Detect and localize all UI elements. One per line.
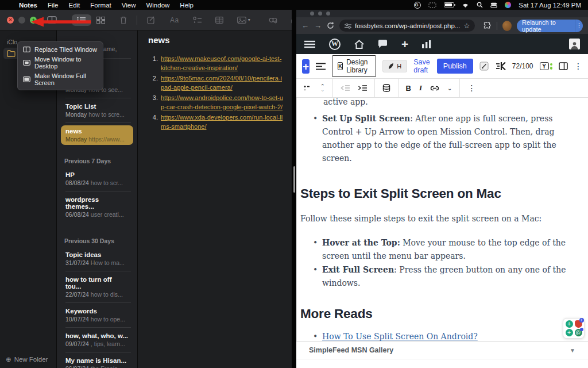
address-bar[interactable]: fossbytes.com/wp-admin/post.php... ☆: [339, 20, 475, 32]
browser-menu-kebab-icon[interactable]: ⋮: [575, 20, 583, 32]
move-block-buttons[interactable]: ⌃⌄: [320, 85, 325, 91]
stats-icon[interactable]: [422, 40, 431, 48]
extension-floating-widget[interactable]: + + @: [563, 318, 585, 339]
checklist-icon[interactable]: [188, 14, 207, 26]
note-list-item[interactable]: Topic ideas 31/07/24 How to ma...: [61, 249, 133, 269]
home-icon[interactable]: [354, 40, 364, 49]
split-view-divider[interactable]: [292, 10, 296, 368]
note-link[interactable]: https://www.xda-developers.com/run-local…: [161, 113, 284, 131]
seo-speed-icon[interactable]: [496, 62, 506, 70]
menu-format[interactable]: Format: [90, 2, 111, 9]
menu-window[interactable]: Window: [146, 2, 169, 9]
note-list-item-selected[interactable]: news Monday https://www...: [61, 125, 133, 145]
meta-box-panel[interactable]: SimpleFeed MSN Gallery ▼: [296, 341, 588, 359]
note-list-item[interactable]: how, what, who, w... 09/07/24 , tips, le…: [61, 330, 133, 350]
wp-admin-menu-icon[interactable]: [304, 40, 315, 48]
indent-icon[interactable]: [358, 85, 367, 91]
bullet-hover-at-top: Hover at the Top: Move your mouse to the…: [313, 236, 572, 263]
delete-note-icon[interactable]: [115, 14, 132, 26]
heading-exit-split-screen: Steps to Exit Split Screen on Mac: [300, 187, 572, 200]
battery-icon[interactable]: [444, 2, 454, 7]
close-window-button[interactable]: [310, 12, 314, 16]
menu-file[interactable]: File: [48, 2, 59, 9]
relaunch-to-update-button[interactable]: Relaunch to update ⋮: [517, 20, 583, 32]
note-link[interactable]: https://www.makeuseof.com/google-ai-test…: [161, 54, 284, 72]
wifi-icon[interactable]: [462, 2, 469, 8]
note-list-item[interactable]: how to turn off tou... 22/07/24 how to d…: [61, 274, 133, 300]
widget-icon-3[interactable]: +: [566, 329, 573, 336]
wordpress-logo-icon[interactable]: W: [329, 39, 341, 50]
bold-button[interactable]: B: [406, 84, 411, 93]
wp-document-canvas[interactable]: active app. Set Up Split Screen: After o…: [296, 98, 588, 341]
bookmark-star-icon[interactable]: ☆: [463, 22, 470, 30]
wp-editor-toolbar: + K Design Library H Save draft Publish …: [296, 54, 588, 79]
wp-block-toolbar: ⌃⌄ B I ⌄ ⋮: [296, 79, 588, 98]
block-inserter-button[interactable]: +: [302, 59, 310, 74]
italic-button[interactable]: I: [419, 83, 422, 93]
block-options-kebab-icon[interactable]: ⋮: [467, 83, 475, 93]
menu-item-make-window-full-screen[interactable]: Make Window Full Screen: [20, 71, 100, 87]
forward-button[interactable]: →: [314, 21, 322, 30]
bullet-set-up-split-screen: Set Up Split Screen: After one app is fu…: [313, 112, 572, 165]
publish-button[interactable]: Publish: [437, 59, 473, 74]
h-plugin-button[interactable]: H: [382, 60, 407, 72]
minimize-window-button[interactable]: [318, 12, 322, 16]
note-list-item[interactable]: Topic List Monday how to scre...: [61, 101, 133, 120]
siri-icon[interactable]: [505, 2, 511, 8]
reload-button[interactable]: [327, 22, 334, 29]
outdent-icon[interactable]: [341, 85, 350, 91]
document-overview-icon[interactable]: [316, 63, 326, 70]
fullscreen-window-button[interactable]: [326, 12, 330, 16]
note-list-item[interactable]: HP 08/08/24 how to scr...: [61, 169, 133, 189]
note-list-item[interactable]: wordpress themes... 06/08/24 user creati…: [61, 194, 133, 220]
comments-icon[interactable]: [378, 40, 388, 48]
note-editor[interactable]: news 1. https://www.makeuseof.com/google…: [138, 30, 292, 368]
article-link[interactable]: How To Use Split Screen On Android?: [322, 332, 478, 341]
design-library-button[interactable]: K Design Library: [332, 55, 376, 77]
note-link[interactable]: https://www.androidpolice.com/how-to-set…: [161, 93, 284, 112]
screen-mirroring-icon[interactable]: [428, 2, 436, 8]
menu-help[interactable]: Help: [180, 2, 194, 9]
editor-options-kebab-icon[interactable]: ⋮: [574, 62, 582, 71]
minimize-window-button[interactable]: [18, 17, 25, 24]
menu-app-name[interactable]: Notes: [19, 2, 37, 9]
menu-item-move-window-to-desktop[interactable]: Move Window to Desktop: [20, 54, 100, 71]
stack-block-icon[interactable]: [382, 84, 390, 92]
grammarly-icon[interactable]: G: [414, 2, 421, 9]
new-content-icon[interactable]: +: [401, 38, 408, 50]
save-draft-button[interactable]: Save draft: [413, 58, 431, 74]
text-format-icon[interactable]: Aa: [165, 14, 184, 26]
panel-collapse-chevron-icon[interactable]: ▼: [570, 347, 575, 354]
extensions-icon[interactable]: [483, 22, 492, 30]
menu-item-replace-tiled-window[interactable]: Replace Tiled Window: [20, 44, 100, 54]
link-button[interactable]: [430, 86, 439, 91]
close-window-button[interactable]: ✕: [7, 17, 14, 24]
link-icon[interactable]: [264, 14, 283, 26]
widget-icon-2[interactable]: [575, 320, 582, 328]
widget-icon-1[interactable]: +: [566, 320, 573, 328]
new-folder-button[interactable]: ⊕ New Folder: [6, 355, 48, 363]
more-formats-chevron-icon[interactable]: ⌄: [447, 85, 452, 91]
menu-edit[interactable]: Edit: [68, 2, 80, 9]
note-list-item[interactable]: Keywords 10/07/24 how to ope...: [61, 305, 133, 325]
url-text[interactable]: fossbytes.com/wp-admin/post.php...: [355, 22, 460, 29]
new-note-icon[interactable]: [142, 14, 160, 26]
list-block-icon[interactable]: [304, 85, 312, 91]
media-icon[interactable]: ▾: [232, 14, 256, 26]
edit-mode-icon[interactable]: [479, 62, 489, 71]
settings-sidebar-toggle-icon[interactable]: [559, 62, 568, 70]
spotlight-search-icon[interactable]: [477, 2, 483, 8]
table-icon[interactable]: [210, 14, 229, 26]
site-settings-icon[interactable]: [345, 23, 351, 29]
widget-icon-4[interactable]: @: [575, 329, 582, 336]
menu-view[interactable]: View: [122, 2, 136, 9]
split-view-handle[interactable]: [293, 166, 295, 193]
back-button[interactable]: ←: [301, 21, 309, 30]
note-list-item[interactable]: My name is Hisan... 06/07/24 the Freela.…: [61, 355, 133, 368]
user-avatar-icon[interactable]: [569, 39, 580, 49]
control-center-icon[interactable]: [490, 2, 497, 8]
profile-avatar[interactable]: [502, 21, 512, 31]
note-link[interactable]: https://9to5mac.com/2024/08/10/pencilera…: [161, 74, 284, 92]
yoast-seo-button[interactable]: Y: [540, 62, 553, 70]
menu-bar-clock[interactable]: Sat 17 Aug 12:49 PM: [519, 2, 581, 9]
